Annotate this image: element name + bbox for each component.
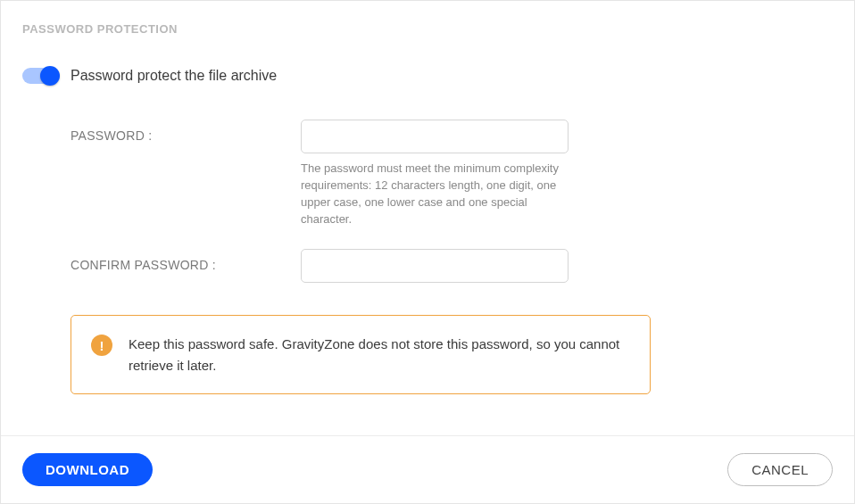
confirm-password-input[interactable] [301,249,569,283]
form-block: PASSWORD : The password must meet the mi… [71,120,833,283]
confirm-password-field-col [301,249,569,283]
warning-alert: ! Keep this password safe. GravityZone d… [71,315,651,394]
password-field-col: The password must meet the minimum compl… [301,120,569,227]
password-label: PASSWORD : [71,120,283,143]
password-protect-toggle-label: Password protect the file archive [71,68,277,84]
password-help-text: The password must meet the minimum compl… [301,161,569,227]
warning-text: Keep this password safe. GravityZone doe… [129,334,630,376]
download-button[interactable]: DOWNLOAD [22,453,153,486]
password-row: PASSWORD : The password must meet the mi… [71,120,833,227]
confirm-password-row: CONFIRM PASSWORD : [71,249,833,283]
footer: DOWNLOAD CANCEL [1,435,854,503]
section-title: PASSWORD PROTECTION [22,22,833,36]
cancel-button[interactable]: CANCEL [727,453,833,486]
exclamation-icon: ! [91,335,112,356]
content-area: PASSWORD PROTECTION Password protect the… [1,1,854,435]
toggle-row: Password protect the file archive [22,68,833,84]
confirm-password-label: CONFIRM PASSWORD : [71,249,283,272]
password-protect-toggle[interactable] [22,68,58,84]
password-input[interactable] [301,120,569,153]
